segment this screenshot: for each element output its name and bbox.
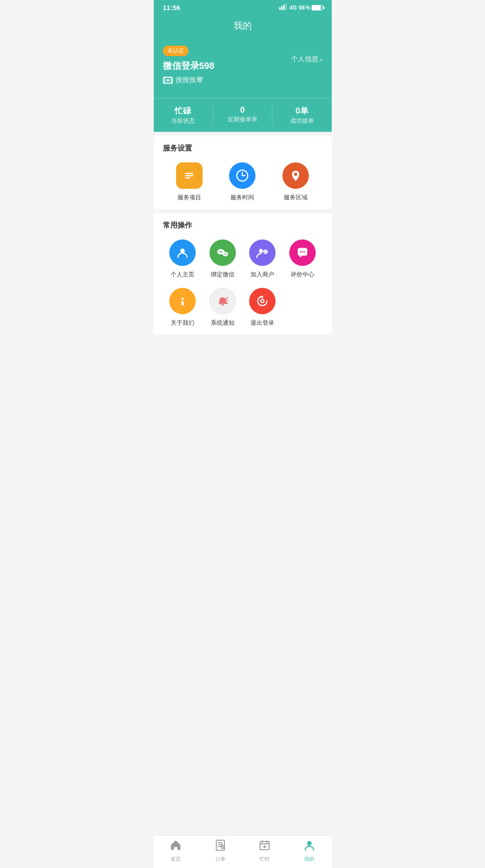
review-center-label: 评价中心	[291, 270, 314, 279]
nav-orders[interactable]: 订单	[198, 839, 243, 863]
svg-rect-7	[185, 173, 193, 174]
svg-point-13	[294, 173, 297, 176]
status-time: 11:56	[163, 4, 180, 11]
page-title: 我的	[234, 21, 252, 31]
personal-homepage-button[interactable]: 个人主页	[163, 239, 203, 279]
svg-rect-6	[166, 80, 170, 81]
svg-point-27	[300, 251, 301, 253]
personal-info-label: 个人信息	[291, 55, 318, 63]
svg-point-28	[302, 251, 303, 253]
svg-rect-35	[218, 842, 223, 843]
shop-icon	[163, 77, 173, 84]
svg-point-18	[223, 252, 228, 256]
personal-homepage-icon	[169, 239, 196, 266]
schedule-icon	[259, 839, 271, 854]
stat-status: 忙碌 当前状态	[154, 105, 213, 125]
service-grid: 服务项目 服务时间	[163, 162, 323, 202]
svg-point-29	[303, 251, 305, 253]
bind-wechat-button[interactable]: 绑定微信	[203, 239, 243, 279]
stat-order-rate: 0 近期接单率	[213, 105, 272, 125]
stat-order-rate-label: 近期接单率	[228, 116, 257, 123]
svg-point-45	[307, 841, 312, 846]
review-center-icon	[289, 239, 316, 266]
shop-name: 按按按摩	[176, 76, 203, 84]
svg-rect-8	[185, 175, 193, 177]
common-operations-title: 常用操作	[163, 221, 323, 230]
logout-label: 退出登录	[250, 319, 274, 327]
bottom-nav: 首页 订单 忙时	[154, 835, 332, 868]
svg-rect-36	[218, 844, 223, 845]
battery-indicator: 98 %	[298, 5, 322, 11]
service-time-button[interactable]: 服务时间	[229, 162, 256, 202]
join-merchant-button[interactable]: 加入商户	[243, 239, 283, 279]
svg-point-20	[225, 254, 226, 255]
personal-info-button[interactable]: 个人信息 ›	[291, 55, 323, 63]
bind-wechat-icon	[209, 239, 236, 266]
stat-status-label: 当前状态	[171, 117, 195, 124]
svg-point-32	[261, 300, 264, 303]
join-merchant-label: 加入商户	[250, 270, 274, 279]
svg-point-14	[180, 249, 185, 253]
service-settings-title: 服务设置	[163, 144, 323, 153]
personal-homepage-label: 个人主页	[171, 270, 194, 279]
home-icon	[170, 839, 182, 854]
stat-status-value: 忙碌	[154, 105, 213, 116]
review-center-button[interactable]: 评价中心	[282, 239, 323, 279]
stat-success-orders: 0单 成功接单	[272, 105, 331, 125]
service-items-icon	[176, 162, 203, 189]
logout-icon	[249, 288, 276, 314]
service-items-button[interactable]: 服务项目	[176, 162, 203, 202]
nav-home-label: 首页	[171, 856, 181, 863]
join-merchant-icon	[249, 239, 276, 266]
operations-grid: 个人主页 绑定微信	[163, 239, 323, 327]
stat-success-orders-label: 成功接单	[290, 117, 314, 124]
svg-rect-5	[166, 79, 170, 80]
svg-point-17	[221, 251, 222, 253]
system-notify-icon	[209, 288, 236, 314]
svg-rect-31	[182, 301, 184, 306]
svg-point-21	[259, 249, 263, 253]
system-notify-label: 系统通知	[211, 319, 235, 327]
bind-wechat-label: 绑定微信	[211, 270, 235, 279]
logout-button[interactable]: 退出登录	[243, 288, 283, 327]
svg-rect-4	[165, 78, 171, 83]
service-time-icon	[229, 162, 256, 189]
svg-rect-3	[286, 4, 287, 10]
stats-bar: 忙碌 当前状态 0 近期接单率 0单 成功接单	[154, 98, 332, 132]
svg-rect-1	[282, 6, 283, 10]
stat-order-rate-value: 0	[213, 105, 272, 115]
system-notify-button[interactable]: 系统通知	[203, 288, 243, 327]
page-header: 我的	[154, 15, 332, 41]
nav-home[interactable]: 首页	[154, 839, 198, 863]
service-area-button[interactable]: 服务区域	[282, 162, 309, 202]
about-us-button[interactable]: 关于我们	[163, 288, 203, 327]
profile-nav-icon	[303, 839, 315, 854]
service-time-label: 服务时间	[230, 193, 254, 202]
about-us-label: 关于我们	[171, 319, 194, 327]
stat-success-orders-value: 0单	[272, 105, 331, 116]
signal-icon	[279, 4, 287, 11]
svg-rect-0	[279, 7, 281, 10]
shop-info: 按按按摩	[163, 76, 214, 84]
nav-schedule[interactable]: 忙时	[243, 839, 287, 863]
svg-rect-9	[185, 177, 190, 179]
network-type: 4G	[289, 5, 297, 11]
service-area-icon	[282, 162, 309, 189]
svg-rect-37	[218, 846, 221, 847]
nav-schedule-label: 忙时	[260, 856, 270, 863]
status-right: 4G 98 %	[279, 4, 322, 11]
nav-orders-label: 订单	[215, 856, 225, 863]
svg-point-30	[182, 298, 184, 300]
service-area-label: 服务区域	[284, 193, 308, 202]
common-operations-section: 常用操作 个人主页	[154, 213, 332, 334]
user-info-area: 未认证 微信登录598 按按按摩 个人信息 ›	[154, 41, 332, 98]
unverified-badge: 未认证	[163, 46, 188, 56]
svg-point-19	[224, 254, 225, 255]
about-us-icon	[169, 288, 196, 314]
service-items-label: 服务项目	[177, 193, 201, 202]
user-left: 未认证 微信登录598 按按按摩	[163, 46, 214, 84]
service-settings-section: 服务设置 服务项目	[154, 136, 332, 209]
order-icon	[214, 839, 226, 854]
nav-profile[interactable]: 我的	[287, 839, 332, 863]
svg-rect-2	[283, 5, 285, 10]
